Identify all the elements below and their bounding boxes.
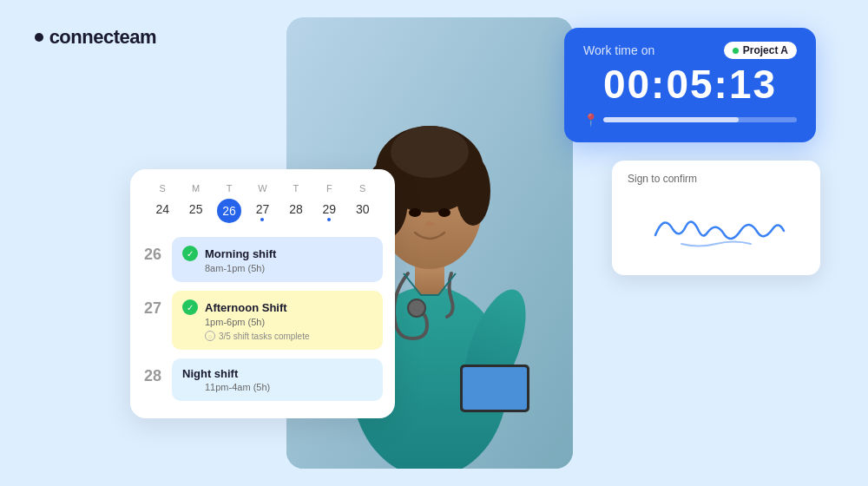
svg-point-13: [391, 126, 469, 178]
project-status-dot: [733, 48, 739, 54]
svg-point-17: [408, 299, 425, 317]
svg-point-14: [409, 208, 421, 217]
location-bar: [603, 117, 797, 122]
shift-list: 26 Morning shift 8am-1pm (5h) 27 Afterno…: [130, 233, 395, 401]
shift-row-27: 27 Afternoon Shift 1pm-6pm (5h) ○ 3/5 sh…: [142, 291, 383, 350]
cal-date-29[interactable]: 29: [312, 199, 345, 225]
day-name-t2: T: [279, 183, 312, 194]
afternoon-shift-task: ○ 3/5 shift tasks complete: [205, 331, 372, 341]
shift-date-26: 26: [142, 237, 163, 264]
cal-date-27[interactable]: 27: [246, 199, 279, 225]
afternoon-shift-card[interactable]: Afternoon Shift 1pm-6pm (5h) ○ 3/5 shift…: [172, 291, 383, 350]
project-name: Project A: [743, 44, 788, 56]
task-text: 3/5 shift tasks complete: [219, 332, 310, 341]
night-shift-card[interactable]: Night shift 11pm-4am (5h): [172, 358, 383, 401]
location-bar-fill: [603, 117, 739, 122]
location-row: 📍: [583, 113, 797, 127]
calendar-dates: 24 25 26 27 28 29 30: [146, 199, 379, 225]
calendar-header: S M T W T F S 24 25 26 27 28 29: [130, 169, 395, 233]
work-time-label: Work time on: [583, 43, 654, 57]
timer-display: 00:05:13: [583, 64, 797, 104]
morning-shift-name: Morning shift: [205, 247, 276, 260]
svg-point-15: [438, 208, 450, 217]
cal-date-28[interactable]: 28: [279, 199, 312, 225]
morning-shift-top: Morning shift: [182, 246, 372, 261]
schedule-card: S M T W T F S 24 25 26 27 28 29: [130, 169, 395, 418]
day-name-t1: T: [213, 183, 246, 194]
sign-to-confirm-card: Sign to confirm: [612, 161, 820, 275]
logo: connecteam: [35, 26, 156, 49]
afternoon-shift-check: [182, 299, 198, 315]
svg-rect-7: [463, 367, 527, 410]
cal-date-30[interactable]: 30: [346, 199, 379, 225]
day-name-s1: S: [146, 183, 179, 194]
signature-drawing: [638, 196, 794, 257]
shift-row-28: 28 Night shift 11pm-4am (5h): [142, 358, 383, 401]
afternoon-shift-name: Afternoon Shift: [205, 301, 287, 314]
sign-label: Sign to confirm: [628, 173, 805, 185]
location-icon: 📍: [583, 113, 598, 127]
svg-point-16: [425, 221, 434, 227]
day-name-w: W: [246, 183, 279, 194]
cal-date-24[interactable]: 24: [146, 199, 179, 225]
day-name-f: F: [312, 183, 345, 194]
project-badge: Project A: [724, 42, 797, 59]
work-time-header: Work time on Project A: [583, 42, 797, 59]
cal-date-25[interactable]: 25: [179, 199, 212, 225]
task-circle-icon: ○: [205, 331, 215, 341]
calendar-days-header: S M T W T F S: [146, 183, 379, 194]
night-shift-top: Night shift: [182, 367, 372, 380]
logo-text: connecteam: [49, 26, 156, 48]
logo-icon: [35, 33, 43, 42]
afternoon-shift-top: Afternoon Shift: [182, 299, 372, 315]
night-shift-time: 11pm-4am (5h): [205, 382, 372, 392]
night-shift-name: Night shift: [182, 367, 238, 380]
day-name-m: M: [179, 183, 212, 194]
morning-shift-check: [182, 246, 198, 261]
work-time-card: Work time on Project A 00:05:13 📍: [564, 28, 816, 142]
cal-date-26-active[interactable]: 26: [217, 199, 241, 223]
morning-shift-card[interactable]: Morning shift 8am-1pm (5h): [172, 237, 383, 282]
sign-area[interactable]: [628, 192, 805, 261]
shift-date-27: 27: [142, 291, 163, 318]
shift-row-26: 26 Morning shift 8am-1pm (5h): [142, 237, 383, 282]
day-name-s2: S: [346, 183, 379, 194]
shift-date-28: 28: [142, 358, 163, 385]
afternoon-shift-time: 1pm-6pm (5h): [205, 317, 372, 327]
morning-shift-time: 8am-1pm (5h): [205, 263, 372, 273]
